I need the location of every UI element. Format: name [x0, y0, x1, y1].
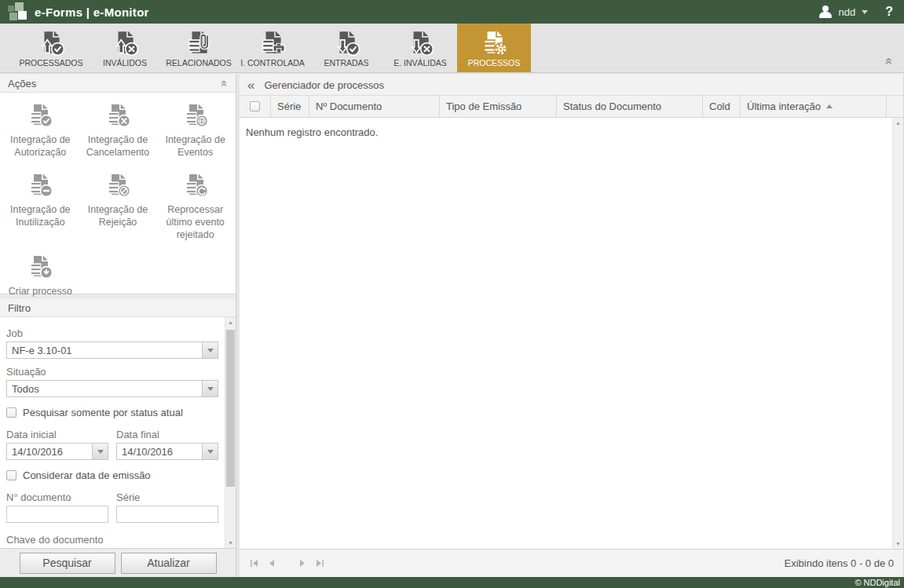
job-select-value: NF-e 3.10-01 [7, 345, 202, 356]
data-emissao-checkbox[interactable] [6, 470, 16, 480]
sort-asc-icon [826, 104, 833, 108]
tab-invalidos[interactable]: INVÁLIDOS [88, 24, 162, 72]
help-button[interactable]: ? [885, 5, 893, 19]
action-integracao-de-rejeicao[interactable]: Integração de Rejeição [79, 172, 157, 242]
actions-collapse-icon[interactable]: « [218, 80, 230, 86]
job-select[interactable]: NF-e 3.10-01 [6, 341, 218, 359]
refresh-button[interactable]: Atualizar [121, 553, 217, 574]
chave-documento-label: Chave do documento [6, 534, 218, 546]
action-reprocessar-ultimo-evento-rejeitado[interactable]: Reprocessar último evento rejeitado [156, 172, 234, 242]
chevron-down-icon[interactable] [92, 444, 108, 459]
app-title: e-Forms | e-Monitor [35, 5, 149, 19]
tab-e-invalidas[interactable]: E. INVÁLIDAS [383, 24, 457, 72]
toolbar: PROCESSADOSINVÁLIDOSRELACIONADOSI. CONTR… [0, 24, 904, 73]
doc-refresh-icon [183, 172, 208, 200]
scroll-up-icon[interactable]: ▲ [225, 320, 236, 325]
column-header-ultima-interacao[interactable]: Última interação [741, 96, 887, 117]
serie-label: Série [116, 491, 218, 503]
tab-processados[interactable]: PROCESSADOS [14, 24, 88, 72]
job-label: Job [6, 327, 218, 339]
filter-body: Job NF-e 3.10-01 Situação Todos Pesquisa… [0, 317, 236, 548]
doc-ban-icon [105, 172, 130, 200]
search-button[interactable]: Pesquisar [20, 553, 115, 574]
content-area: Ações « Integração de AutorizaçãoIntegra… [0, 73, 904, 577]
data-inicial-select[interactable]: 14/10/2016 [6, 443, 108, 460]
main-header: « Gerenciador de processos [240, 75, 903, 96]
paging-status: Exibindo itens 0 - 0 de 0 [785, 557, 894, 569]
column-header-status-do-documento[interactable]: Status do Documento [557, 96, 703, 117]
prev-page-button[interactable] [266, 558, 276, 568]
left-panel: Ações « Integração de AutorizaçãoIntegra… [0, 75, 236, 577]
filter-scrollbar-thumb[interactable] [226, 330, 235, 487]
table-header: SérieNº DocumentoTipo de EmissãoStatus d… [240, 96, 903, 118]
scroll-down-icon[interactable]: ▼ [225, 540, 236, 546]
doc-down-check-icon [333, 28, 360, 57]
filter-buttons-bar: Pesquisar Atualizar [0, 548, 236, 577]
page-title: Gerenciador de processos [264, 79, 383, 91]
next-page-button[interactable] [298, 558, 308, 568]
scroll-up-icon[interactable]: ▲ [893, 120, 903, 126]
select-all-checkbox[interactable] [250, 101, 260, 111]
pagination-bar: Exibindo itens 0 - 0 de 0 [240, 549, 903, 577]
tab-entradas[interactable]: ENTRADAS [309, 24, 383, 72]
app-footer: © NDDigital [0, 577, 904, 588]
column-header-n-documento[interactable]: Nº Documento [309, 96, 440, 117]
doc-up-x-icon [112, 28, 138, 57]
data-final-select[interactable]: 14/10/2016 [116, 443, 218, 460]
data-final-label: Data final [116, 429, 218, 440]
doc-download-icon [27, 254, 53, 282]
filter-panel-title: Filtro [8, 302, 31, 314]
tab-i-controlada[interactable]: I. CONTROLADA [236, 24, 309, 72]
user-caret-icon[interactable] [862, 10, 868, 14]
num-documento-label: N° documento [6, 491, 108, 503]
tab-relacionados[interactable]: RELACIONADOS [162, 24, 236, 72]
data-emissao-checkbox-label[interactable]: Considerar data de emissão [23, 469, 151, 481]
filter-scrollbar[interactable]: ▲ ▼ [225, 317, 236, 548]
table-body: Nenhum registro encontrado. ▲ ▼ [240, 118, 903, 549]
chevron-down-icon[interactable] [202, 342, 218, 358]
column-header-filler [887, 96, 903, 117]
doc-paperclip-icon [185, 28, 212, 57]
action-integracao-de-eventos[interactable]: Integração de Eventos [156, 102, 234, 159]
data-inicial-label: Data inicial [6, 429, 108, 440]
doc-up-check-icon [38, 28, 64, 57]
app-window: e-Forms | e-Monitor ndd ? PROCESSADOSINV… [0, 0, 904, 588]
actions-panel-title: Ações [8, 78, 36, 89]
status-atual-checkbox-label[interactable]: Pesquisar somente por status atual [23, 407, 183, 418]
empty-message: Nenhum registro encontrado. [240, 118, 903, 147]
column-header-cold[interactable]: Cold [703, 96, 741, 117]
column-header-serie[interactable]: Série [271, 96, 309, 117]
doc-x-icon [105, 102, 130, 130]
toolbar-collapse-icon[interactable]: « [884, 58, 896, 65]
chevron-down-icon[interactable] [202, 444, 218, 459]
status-atual-checkbox[interactable] [6, 407, 16, 418]
num-documento-input[interactable] [6, 506, 108, 523]
collapse-left-panel-icon[interactable]: « [247, 79, 254, 92]
chevron-down-icon[interactable] [202, 381, 218, 396]
user-menu[interactable]: ndd [839, 6, 856, 18]
action-integracao-de-inutilizacao[interactable]: Integração de Inutilização [2, 172, 79, 242]
situacao-select[interactable]: Todos [6, 380, 218, 397]
main-panel: « Gerenciador de processos SérieNº Docum… [240, 75, 904, 577]
situacao-label: Situação [6, 366, 218, 378]
action-integracao-de-autorizacao[interactable]: Integração de Autorização [2, 102, 79, 159]
last-page-button[interactable] [315, 558, 325, 568]
copyright: © NDDigital [855, 578, 900, 587]
user-icon [818, 5, 833, 18]
serie-input[interactable] [116, 506, 218, 523]
doc-gear-icon [481, 28, 507, 57]
first-page-button[interactable] [249, 558, 259, 568]
doc-globe-icon [183, 102, 208, 130]
app-header: e-Forms | e-Monitor ndd ? [0, 0, 904, 24]
data-final-value: 14/10/2016 [117, 446, 202, 458]
action-integracao-de-cancelamento[interactable]: Integração de Cancelamento [79, 102, 157, 159]
table-scrollbar[interactable]: ▲ ▼ [892, 118, 903, 549]
filter-panel-header: Filtro [0, 299, 236, 317]
actions-grid: Integração de AutorizaçãoIntegração de C… [0, 93, 236, 294]
scroll-down-icon[interactable]: ▼ [893, 541, 903, 546]
data-inicial-value: 14/10/2016 [7, 446, 92, 458]
column-header-tipo-de-emissao[interactable]: Tipo de Emissão [440, 96, 557, 117]
doc-check-icon [27, 102, 53, 130]
nddigital-logo-icon [8, 2, 27, 21]
tab-processos[interactable]: PROCESSOS [457, 24, 531, 72]
